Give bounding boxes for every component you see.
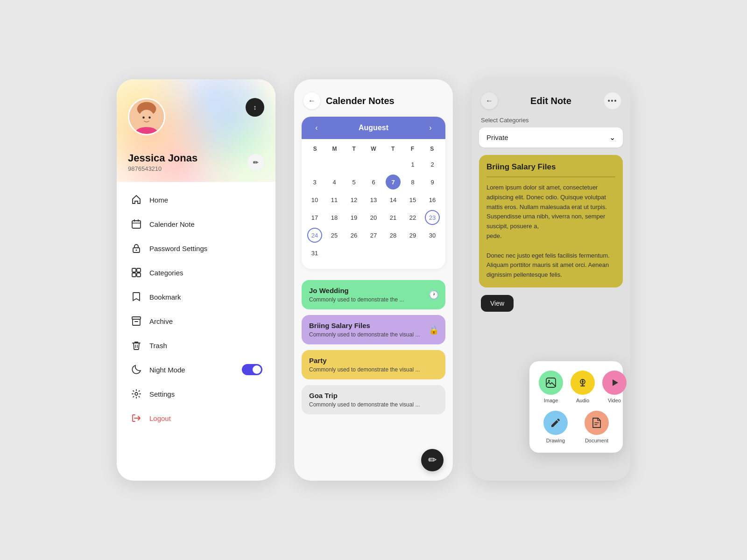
note-card-party[interactable]: Party Commonly used to demonstrate the v…: [302, 350, 445, 379]
trash-label: Trash: [149, 342, 167, 350]
sidebar-item-home[interactable]: Home: [124, 188, 268, 212]
calendar-back-button[interactable]: ←: [303, 92, 320, 109]
svg-rect-10: [137, 268, 141, 272]
calendar-cell[interactable]: 6: [366, 175, 381, 189]
next-month-button[interactable]: ›: [425, 122, 436, 133]
calendar-cell[interactable]: 31: [307, 245, 322, 260]
home-label: Home: [149, 196, 168, 204]
password-settings-label: Password Settings: [149, 245, 207, 252]
calendar-cell[interactable]: 25: [327, 228, 342, 243]
sidebar-item-bookmark[interactable]: Bookmark: [124, 285, 268, 309]
calendar-cell[interactable]: 12: [346, 192, 361, 207]
archive-label: Archive: [149, 317, 173, 325]
view-button[interactable]: View: [481, 295, 514, 312]
fab-add-button[interactable]: ✏: [421, 449, 444, 471]
calendar-cell[interactable]: 22: [405, 210, 420, 225]
sidebar-item-categories[interactable]: Categories: [124, 260, 268, 285]
calendar-cell[interactable]: 28: [386, 228, 401, 243]
day-label-t1: T: [344, 144, 364, 154]
media-item-image[interactable]: Image: [539, 371, 563, 403]
day-label-w: W: [364, 144, 383, 154]
sidebar-item-password[interactable]: Password Settings: [124, 236, 268, 260]
note-bottom-bar: View: [472, 287, 630, 319]
sidebar-item-calender-note[interactable]: Calender Note: [124, 212, 268, 236]
calendar-cell[interactable]: 14: [386, 192, 401, 207]
night-mode-toggle[interactable]: [242, 364, 262, 375]
note-card-jo-wedding[interactable]: Jo Wedding Commonly used to demonstrate …: [302, 280, 445, 309]
calendar-cell[interactable]: 19: [346, 210, 361, 225]
calendar-cell[interactable]: 11: [327, 192, 342, 207]
sort-button[interactable]: ↕: [246, 98, 264, 117]
note-desc-briing-salary: Commonly used to demonstrate the visual …: [309, 331, 438, 338]
note-card-briing-salary[interactable]: Briing Salary Files Commonly used to dem…: [302, 315, 445, 344]
calendar-cell[interactable]: 16: [425, 192, 440, 207]
screen-sidebar: ↕ Jessica Jonas 9876543210 ✏ Hom: [117, 79, 275, 481]
calendar-cell: [327, 157, 342, 172]
calendar-cell[interactable]: 18: [327, 210, 342, 225]
media-item-audio[interactable]: Audio: [571, 371, 595, 403]
lock-icon: [130, 242, 143, 255]
calendar-cell[interactable]: 17: [307, 210, 322, 225]
svg-point-2: [139, 110, 154, 127]
fab-icon: ✏: [428, 454, 437, 466]
calendar-cell[interactable]: 7: [386, 175, 401, 189]
calendar-cell[interactable]: 13: [366, 192, 381, 207]
calendar-inner: ← Calender Notes ‹ Auguest › S M T W T F…: [294, 79, 453, 481]
calendar-cell: [307, 157, 322, 172]
calendar-cell[interactable]: 30: [425, 228, 440, 243]
trash-icon: [130, 339, 143, 352]
calendar-cell[interactable]: 29: [405, 228, 420, 243]
calendar-cell[interactable]: 2: [425, 157, 440, 172]
back-icon: ←: [308, 97, 316, 105]
edit-profile-button[interactable]: ✏: [247, 154, 264, 171]
logout-label: Logout: [149, 414, 171, 422]
sidebar-item-settings[interactable]: Settings: [124, 382, 268, 406]
calendar-cell: [405, 245, 420, 260]
calendar-cell[interactable]: 21: [386, 210, 401, 225]
edit-icon: ✏: [253, 159, 259, 166]
media-popup: Image Audio: [529, 361, 623, 453]
calendar-cell[interactable]: 1: [405, 157, 420, 172]
note-title-party: Party: [309, 357, 438, 364]
sidebar-item-night-mode[interactable]: Night Mode: [124, 357, 268, 382]
note-edit-card-body[interactable]: Lorem ipsum dolor sit amet, consectetuer…: [486, 183, 615, 280]
svg-point-4: [142, 117, 145, 119]
calendar-cell[interactable]: 27: [366, 228, 381, 243]
calendar-cell: [346, 157, 361, 172]
more-options-button[interactable]: •••: [604, 92, 621, 109]
calendar-header: ← Calender Notes: [294, 79, 453, 117]
category-select-dropdown[interactable]: Private ⌄: [479, 127, 623, 147]
prev-month-button[interactable]: ‹: [311, 122, 322, 133]
sidebar-item-logout[interactable]: Logout: [124, 406, 268, 430]
user-info: Jessica Jonas 9876543210 ✏: [117, 145, 275, 172]
calendar-cell[interactable]: 15: [405, 192, 420, 207]
media-item-video[interactable]: Video: [602, 371, 627, 403]
calendar-cell[interactable]: 3: [307, 175, 322, 189]
svg-rect-9: [132, 268, 136, 272]
days-header: S M T W T F S: [302, 139, 445, 156]
document-label: Document: [585, 438, 608, 443]
calendar-cell[interactable]: 8: [405, 175, 420, 189]
calendar-cell[interactable]: 26: [346, 228, 361, 243]
sidebar-item-trash[interactable]: Trash: [124, 333, 268, 357]
drawing-label: Drawing: [546, 438, 565, 443]
calendar-cell[interactable]: 10: [307, 192, 322, 207]
svg-point-5: [148, 117, 151, 119]
note-desc-party: Commonly used to demonstrate the visual …: [309, 366, 438, 373]
image-icon-circle: [539, 371, 563, 395]
sidebar-item-archive[interactable]: Archive: [124, 309, 268, 333]
calendar-cell[interactable]: 4: [327, 175, 342, 189]
calendar-cell[interactable]: 24: [307, 228, 322, 243]
calendar-cell[interactable]: 5: [346, 175, 361, 189]
calendar-cell[interactable]: 20: [366, 210, 381, 225]
more-icon: •••: [608, 97, 618, 105]
calendar-cell[interactable]: 23: [425, 210, 440, 225]
edit-back-button[interactable]: ←: [481, 92, 498, 109]
media-item-drawing[interactable]: Drawing: [543, 411, 568, 443]
calendar-cell[interactable]: 9: [425, 175, 440, 189]
sidebar-menu: Home Calender Note: [117, 188, 275, 430]
edit-back-icon: ←: [486, 97, 493, 105]
media-item-document[interactable]: Document: [585, 411, 609, 443]
calendar-cell: [386, 157, 401, 172]
note-card-goa-trip[interactable]: Goa Trip Commonly used to demonstrate th…: [302, 385, 445, 414]
